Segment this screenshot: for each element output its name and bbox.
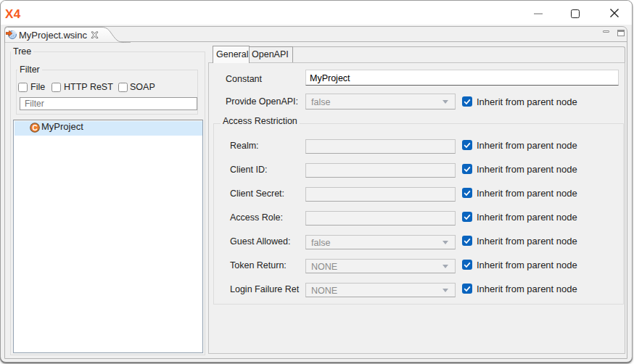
- svg-text:C: C: [32, 124, 37, 132]
